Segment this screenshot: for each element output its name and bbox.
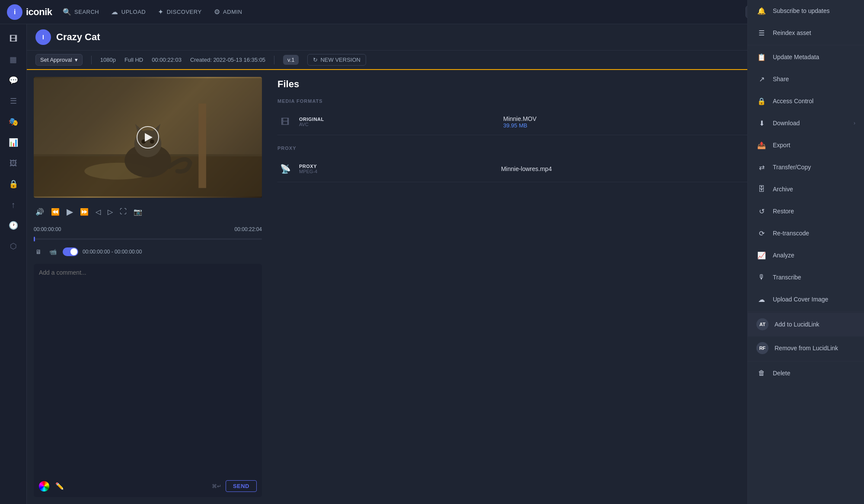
nav-discovery-label: DISCOVERY [167,9,202,15]
subscribe-label: Subscribe to updates [773,7,830,14]
video-player[interactable] [34,77,262,198]
nav-discovery[interactable]: ✦ DISCOVERY [158,8,201,16]
proxy-file-info: PROXY MPEG-4 [299,164,495,174]
transcribe-label: Transcribe [773,274,801,281]
archive-icon: 🗄 [756,184,767,194]
nav-admin[interactable]: ⚙ ADMIN [214,8,242,16]
menu-transcribe[interactable]: 🎙 Transcribe [748,266,864,288]
asset-icon: I [35,29,51,45]
menu-subscribe[interactable]: 🔔 Subscribe to updates [748,0,864,22]
menu-delete[interactable]: 🗑 Delete [748,362,864,384]
asset-header: I Crazy Cat [27,24,864,51]
send-button[interactable]: SEND [226,480,257,492]
sidebar-item-grid[interactable]: ▦ [4,50,23,69]
upload-cover-label: Upload Cover Image [773,296,828,303]
menu-analyze[interactable]: 📈 Analyze [748,244,864,266]
search-nav-icon: 🔍 [63,8,72,16]
sidebar-item-image[interactable]: 🖼 [4,154,23,173]
approval-label: Set Approval [40,57,72,63]
menu-divider-3 [748,361,864,361]
play-button[interactable] [137,126,159,149]
export-label: Export [773,142,790,149]
download-label: Download [773,120,800,127]
transfer-copy-label: Transfer/Copy [773,164,811,171]
send-area: ⌘↵ SEND [212,480,257,492]
sidebar-item-clock[interactable]: 🕐 [4,216,23,235]
access-control-label: Access Control [773,98,813,105]
proxy-type: PROXY [299,164,495,169]
mark-out-button[interactable]: ▷ [106,206,115,218]
share-icon: ↗ [756,74,767,84]
download-arrow: › [854,120,855,126]
play-pause-button[interactable]: ▶ [65,205,75,219]
menu-add-lucidlink[interactable]: AT Add to LucidLink [748,313,864,336]
share-label: Share [773,76,789,82]
content-area: 🎞 ▦ 💬 ☰ 🎭 📊 🖼 🔒 ↑ 🕐 ⬡ I Crazy Cat Set Ap… [0,24,864,504]
context-menu: 🔔 Subscribe to updates ☰ Reindex asset 📋… [747,0,864,504]
meta-bar: Set Approval ▾ 1080p Full HD 00:00:22:03… [27,51,864,70]
menu-access-control[interactable]: 🔒 Access Control [748,90,864,112]
menu-remove-lucidlink[interactable]: RF Remove from LucidLink [748,336,864,360]
rewind-button[interactable]: ⏪ [49,206,61,218]
remove-lucidlink-label: Remove from LucidLink [775,345,838,352]
left-sidebar: 🎞 ▦ 💬 ☰ 🎭 📊 🖼 🔒 ↑ 🕐 ⬡ [0,24,27,504]
sidebar-item-theater[interactable]: 🎭 [4,112,23,131]
menu-download[interactable]: ⬇ Download › [748,112,864,134]
discovery-nav-icon: ✦ [158,8,164,16]
nav-search[interactable]: 🔍 SEARCH [63,8,99,16]
transcribe-icon: 🎙 [756,272,767,282]
retranscode-icon: ⟳ [756,228,767,238]
asset-title: Crazy Cat [56,32,100,43]
volume-button[interactable]: 🔊 [34,206,46,218]
menu-retranscode[interactable]: ⟳ Re-transcode [748,222,864,244]
retranscode-label: Re-transcode [773,230,809,237]
sidebar-item-upload[interactable]: ↑ [4,195,23,214]
mark-in-button[interactable]: ◁ [94,206,102,218]
update-metadata-label: Update Metadata [773,54,819,60]
menu-transfer-copy[interactable]: ⇄ Transfer/Copy [748,156,864,178]
fullscreen-button[interactable]: ⛶ [118,206,128,217]
approval-chevron: ▾ [75,57,78,63]
nav-upload[interactable]: ☁ UPLOAD [111,8,146,16]
menu-export[interactable]: 📤 Export [748,134,864,156]
toggle-switch[interactable] [63,247,78,256]
approval-select[interactable]: Set Approval ▾ [35,54,83,66]
subscribe-icon: 🔔 [756,6,767,16]
logo-text: iconik [26,6,52,18]
cmd-hint: ⌘↵ [212,483,221,489]
comment-footer: ✏️ ⌘↵ SEND [39,480,257,492]
menu-archive[interactable]: 🗄 Archive [748,178,864,200]
monitor-icon[interactable]: 🖥 [34,247,43,257]
menu-share[interactable]: ↗ Share [748,68,864,90]
archive-label: Archive [773,186,793,193]
color-picker[interactable] [39,481,49,491]
export-icon: 📤 [756,140,767,150]
progress-bar[interactable] [34,238,262,240]
sidebar-item-lock[interactable]: 🔒 [4,174,23,193]
meta-divider-2 [274,56,274,64]
sidebar-item-nodes[interactable]: ⬡ [4,237,23,256]
nav-items: 🔍 SEARCH ☁ UPLOAD ✦ DISCOVERY ⚙ ADMIN [63,8,735,16]
camera-icon[interactable]: 📹 [48,247,58,257]
toggle-knob [70,248,77,255]
original-file-icon: 🎞 [277,114,293,130]
new-version-button[interactable]: ↻ NEW VERSION [307,54,366,66]
sidebar-item-film[interactable]: 🎞 [4,29,23,48]
sidebar-item-list[interactable]: ☰ [4,92,23,111]
menu-restore[interactable]: ↺ Restore [748,200,864,222]
sidebar-item-chart[interactable]: 📊 [4,133,23,152]
snapshot-button[interactable]: 📷 [132,206,144,218]
sidebar-item-chat[interactable]: 💬 [4,71,23,90]
comment-input[interactable] [39,269,257,477]
download-icon: ⬇ [756,118,767,128]
menu-reindex[interactable]: ☰ Reindex asset [748,22,864,44]
logo-icon: i [7,4,22,20]
fast-forward-button[interactable]: ⏩ [78,206,90,218]
app-logo[interactable]: i iconik [7,4,52,20]
new-version-label: NEW VERSION [320,57,360,63]
restore-label: Restore [773,208,794,215]
marker-range: 00:00:00:00 - 00:00:00:00 [83,249,142,255]
menu-update-metadata[interactable]: 📋 Update Metadata [748,46,864,68]
menu-upload-cover[interactable]: ☁ Upload Cover Image [748,288,864,311]
pencil-icon[interactable]: ✏️ [54,480,66,492]
